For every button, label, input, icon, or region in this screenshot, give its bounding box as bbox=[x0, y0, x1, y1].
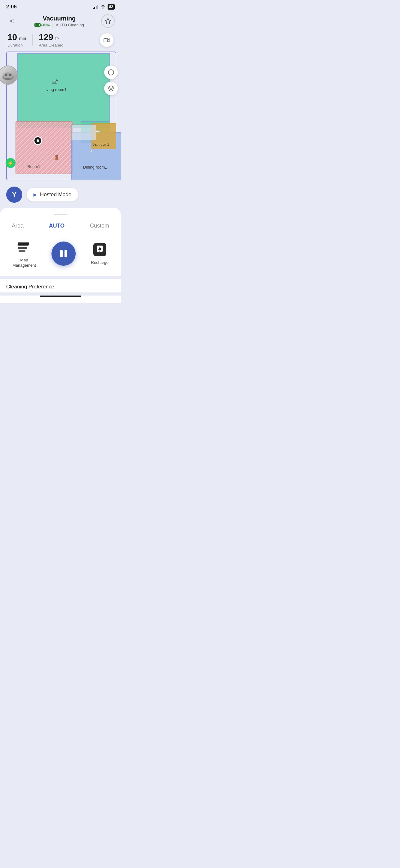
play-icon: ▶ bbox=[33, 192, 37, 197]
layers-button[interactable] bbox=[104, 82, 118, 95]
tabs-row: Area AUTO Custom bbox=[9, 221, 112, 230]
svg-rect-11 bbox=[18, 250, 26, 252]
svg-rect-1 bbox=[104, 38, 108, 42]
wifi-icon bbox=[100, 4, 106, 10]
uncleaned-area bbox=[71, 124, 96, 140]
header-subtitle: 96% | AUTO Cleaning bbox=[34, 23, 84, 28]
3d-view-button[interactable] bbox=[104, 65, 118, 79]
battery-status: 96% bbox=[34, 23, 49, 27]
svg-rect-10 bbox=[18, 247, 27, 249]
hosted-mode-button[interactable]: ▶ Hosted Mode bbox=[27, 188, 78, 202]
map-container[interactable]: Living room1 Room1 Dining room1 Bathroom… bbox=[0, 50, 121, 180]
page-title: Vacuuming bbox=[34, 15, 84, 22]
map-controls bbox=[104, 65, 118, 95]
map-management-icon bbox=[16, 239, 32, 255]
drag-handle[interactable] bbox=[54, 214, 67, 215]
recharge-icon bbox=[92, 242, 108, 258]
bottom-section: Y ▶ Hosted Mode Area AUTO Custom bbox=[0, 180, 121, 279]
stat-divider bbox=[32, 34, 33, 46]
signal-icon bbox=[93, 5, 98, 9]
room-room1 bbox=[15, 121, 73, 174]
battery-icon bbox=[34, 23, 41, 27]
map-management-label: MapManagement bbox=[12, 258, 36, 268]
tab-custom[interactable]: Custom bbox=[88, 221, 112, 230]
svg-point-6 bbox=[5, 73, 7, 76]
hosted-avatar: Y bbox=[6, 187, 22, 203]
pause-button[interactable] bbox=[52, 242, 76, 266]
bottom-card: Area AUTO Custom MapManagement bbox=[0, 208, 121, 276]
map-management-control[interactable]: MapManagement bbox=[12, 239, 36, 268]
area-stat: 129 ft² Area Cleaned bbox=[39, 32, 64, 48]
lightning-badge: ⚡ bbox=[6, 158, 15, 168]
cleaning-preference-row: Cleaning Preference bbox=[0, 279, 121, 292]
settings-button[interactable] bbox=[101, 14, 115, 28]
tab-auto[interactable]: AUTO bbox=[46, 221, 67, 230]
svg-rect-8 bbox=[6, 78, 10, 80]
robot-avatar[interactable] bbox=[0, 65, 18, 85]
hosted-mode-row: Y ▶ Hosted Mode bbox=[6, 187, 115, 203]
status-icons: 82 bbox=[93, 4, 115, 10]
room-living bbox=[17, 53, 110, 128]
battery-indicator: 82 bbox=[108, 4, 115, 10]
svg-point-7 bbox=[9, 73, 11, 76]
back-button[interactable]: < bbox=[6, 16, 18, 27]
recharge-label: Recharge bbox=[91, 260, 108, 266]
header-center: Vacuuming 96% | AUTO Cleaning bbox=[34, 15, 84, 28]
tab-area[interactable]: Area bbox=[9, 221, 26, 230]
stats-row: 10 min Duration 129 ft² Area Cleaned bbox=[0, 29, 121, 50]
home-indicator-container bbox=[0, 296, 121, 303]
header: < Vacuuming 96% | AUTO Cleaning bbox=[0, 12, 121, 29]
home-indicator bbox=[40, 296, 81, 297]
status-bar: 2:06 82 bbox=[0, 0, 121, 12]
svg-marker-0 bbox=[105, 18, 111, 24]
recharge-control[interactable]: Recharge bbox=[91, 242, 108, 266]
robot-position bbox=[33, 136, 42, 145]
status-time: 2:06 bbox=[6, 4, 17, 10]
controls-row: MapManagement bbox=[9, 239, 112, 268]
duration-stat: 10 min Duration bbox=[7, 32, 26, 48]
svg-rect-9 bbox=[18, 243, 29, 246]
cleaning-preference-label: Cleaning Preference bbox=[6, 284, 54, 290]
svg-point-5 bbox=[3, 72, 13, 79]
pause-icon bbox=[60, 250, 67, 257]
video-button[interactable] bbox=[100, 33, 113, 47]
